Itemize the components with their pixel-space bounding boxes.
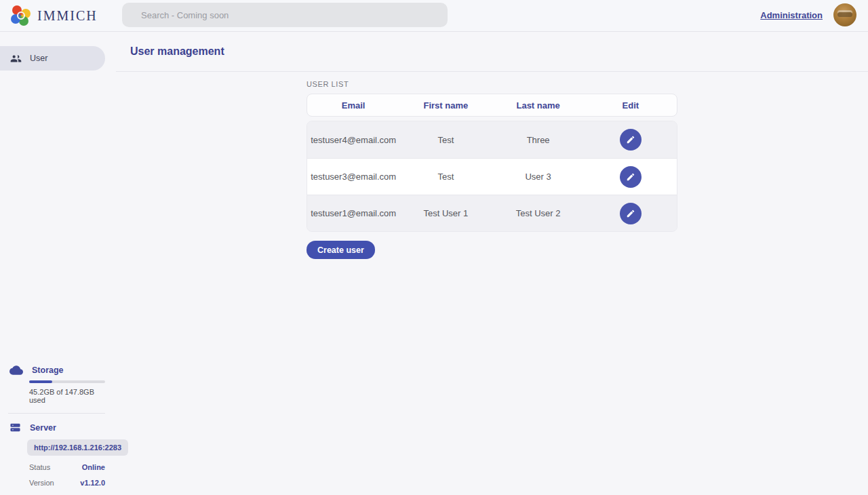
cell-first-name: Test — [399, 135, 492, 145]
pencil-icon — [626, 135, 635, 144]
pencil-icon — [626, 209, 635, 218]
create-user-button[interactable]: Create user — [307, 241, 375, 259]
sidebar-footer: Storage 45.2GB of 147.8GB used Server ht… — [0, 365, 105, 487]
user-list-section: USER LIST Email First name Last name Edi… — [307, 80, 677, 259]
sidebar-divider — [8, 413, 105, 414]
column-header-first-name: First name — [399, 100, 492, 111]
server-version-row: Version v1.12.0 — [29, 479, 105, 487]
sidebar-item-user[interactable]: User — [0, 46, 105, 71]
cloud-icon — [9, 365, 23, 376]
sidebar-item-user-label: User — [30, 54, 47, 63]
search-input[interactable] — [122, 3, 448, 27]
immich-logo-icon — [11, 5, 31, 26]
column-header-last-name: Last name — [492, 100, 585, 111]
table-row: testuser3@email.com Test User 3 — [307, 158, 677, 195]
storage-usage-text: 45.2GB of 147.8GB used — [29, 388, 105, 404]
storage-progress-bar — [29, 380, 105, 383]
users-icon — [10, 53, 22, 64]
cell-first-name: Test User 1 — [399, 208, 492, 218]
server-section-header: Server — [0, 422, 105, 433]
server-status-row: Status Online — [29, 463, 105, 471]
cell-last-name: User 3 — [492, 172, 585, 182]
storage-progress-fill — [29, 380, 52, 383]
storage-section-header: Storage — [0, 365, 105, 376]
top-bar: IMMICH Administration — [0, 0, 868, 32]
cell-first-name: Test — [399, 172, 492, 182]
table-header-row: Email First name Last name Edit — [307, 94, 677, 117]
table-row: testuser1@email.com Test User 1 Test Use… — [307, 195, 677, 231]
user-table: testuser4@email.com Test Three testuser3… — [307, 121, 677, 232]
app-title: IMMICH — [37, 8, 98, 24]
column-header-edit: Edit — [585, 100, 677, 111]
cell-email: testuser1@email.com — [307, 208, 399, 218]
administration-link[interactable]: Administration — [760, 10, 823, 20]
version-label: Version — [29, 479, 54, 487]
page-title: User management — [130, 45, 224, 58]
user-list-heading: USER LIST — [307, 80, 677, 88]
page-header: User management — [116, 32, 868, 72]
cell-last-name: Three — [492, 135, 585, 145]
version-value: v1.12.0 — [80, 479, 105, 487]
cell-last-name: Test User 2 — [492, 208, 585, 218]
edit-user-button[interactable] — [620, 129, 642, 151]
immich-brand: IMMICH — [11, 5, 98, 26]
server-title: Server — [30, 423, 56, 433]
column-header-email: Email — [307, 100, 399, 111]
server-icon — [9, 422, 21, 433]
cell-email: testuser4@email.com — [307, 135, 399, 145]
storage-title: Storage — [32, 365, 64, 375]
server-url: http://192.168.1.216:2283 — [27, 439, 128, 456]
table-row: testuser4@email.com Test Three — [307, 121, 677, 158]
status-value: Online — [82, 463, 105, 471]
sidebar: User Storage 45.2GB of 147.8GB used Serv… — [0, 32, 116, 495]
cell-email: testuser3@email.com — [307, 172, 399, 182]
edit-user-button[interactable] — [620, 166, 642, 188]
edit-user-button[interactable] — [620, 203, 642, 224]
user-avatar[interactable] — [833, 3, 856, 26]
status-label: Status — [29, 463, 50, 471]
pencil-icon — [626, 172, 635, 182]
main-content: User management USER LIST Email First na… — [116, 32, 868, 495]
